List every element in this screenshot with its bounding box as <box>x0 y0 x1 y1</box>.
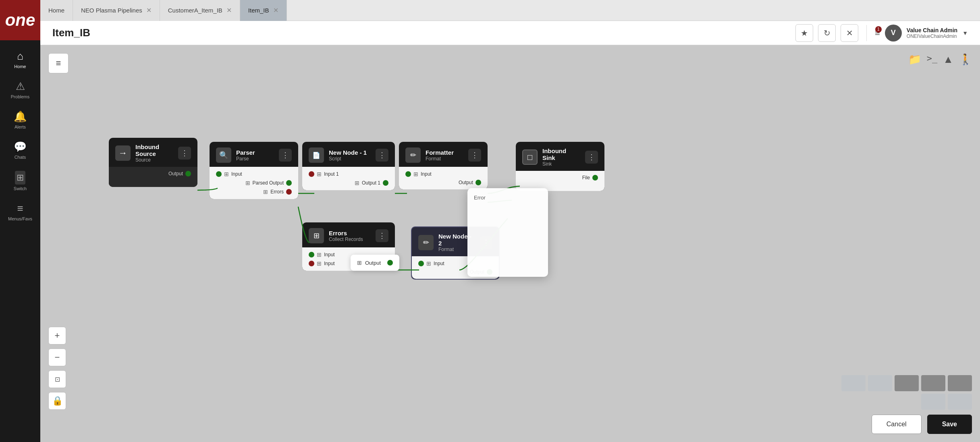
input-port-dot <box>216 171 222 177</box>
tab-item-ib[interactable]: Item_IB ✕ <box>240 0 287 21</box>
notification-button[interactable]: ≡ 1 <box>875 28 880 38</box>
tab-neo-plasma[interactable]: NEO Plasma Pipelines ✕ <box>73 0 160 21</box>
close-button[interactable]: ✕ <box>841 24 858 42</box>
parser-sub: Parse <box>236 156 274 162</box>
formatter-icon: ✏ <box>405 147 421 163</box>
inbound-sink-file-port: File <box>522 175 598 181</box>
inbound-sink-icon: □ <box>522 149 538 165</box>
sidebar-item-switch[interactable]: ⊞ Switch <box>0 165 40 197</box>
sidebar-item-alerts[interactable]: 🔔 Alerts <box>0 105 40 135</box>
warning-icon[interactable]: ▲ <box>943 53 953 66</box>
home-icon: ⌂ <box>17 50 23 62</box>
errors-input2-dot <box>309 261 314 266</box>
tab-customer-item[interactable]: CustomerA_Item_IB ✕ <box>160 0 240 21</box>
cancel-button[interactable]: Cancel <box>872 415 922 434</box>
tab-home[interactable]: Home <box>40 0 73 21</box>
favorite-button[interactable]: ★ <box>795 24 813 42</box>
pipeline-canvas[interactable]: ≡ 📁 >_ ▲ 🚶 <box>40 45 980 442</box>
new-node-1-footer: ⊞ Input 1 ⊞ Output 1 <box>302 167 395 190</box>
formatter-menu[interactable]: ⋮ <box>468 149 481 162</box>
formatter-name: Formatter <box>426 149 463 156</box>
sidebar-item-menus[interactable]: ≡ Menus/Favs <box>0 197 40 227</box>
parser-name: Parser <box>236 149 274 156</box>
lock-icon: 🔒 <box>52 396 63 406</box>
node-parser[interactable]: 🔍 Parser Parse ⋮ ⊞ Input ⊞ Parsed Output <box>210 142 298 199</box>
file-port-dot <box>592 175 598 181</box>
new-node-2-input-dot <box>418 261 424 266</box>
node-new-node-1-header: 📄 New Node - 1 Script ⋮ <box>302 142 395 167</box>
user-handle: ONEIValueChainAdmin <box>907 33 957 39</box>
node-formatter[interactable]: ✏ Formatter Format ⋮ ⊞ Input Output <box>399 142 488 189</box>
parser-icon: 🔍 <box>216 147 231 163</box>
run-icon[interactable]: 🚶 <box>959 53 972 66</box>
errors-output-popup: ⊞ Output <box>351 255 399 271</box>
errors-footer: ⊞ Input ⊞ Input ⊞ Output <box>302 247 395 271</box>
input-1-dot <box>309 171 314 177</box>
notification-badge: 1 <box>875 26 882 33</box>
header-actions: ★ ↻ ✕ ≡ 1 V Value Chain Admin ONEIValueC… <box>795 24 968 42</box>
user-dropdown-icon[interactable]: ▼ <box>962 30 968 36</box>
node-inbound-sink-header: □ Inbound Sink Sink ⋮ <box>516 142 604 171</box>
parser-parsed-output-port: ⊞ Parsed Output <box>216 180 292 186</box>
tab-customer-item-close[interactable]: ✕ <box>226 6 232 14</box>
node-formatter-header: ✏ Formatter Format ⋮ <box>399 142 488 167</box>
menus-icon: ≡ <box>17 202 23 215</box>
grid-cell-5 <box>948 375 972 391</box>
output-port-dot <box>185 171 191 176</box>
popup-content <box>474 204 542 244</box>
inbound-source-output-port: Output <box>115 171 191 176</box>
sidebar-item-home[interactable]: ⌂ Home <box>0 44 40 75</box>
inbound-source-menu[interactable]: ⋮ <box>178 147 191 160</box>
folder-icon[interactable]: 📁 <box>908 53 921 66</box>
new-node-1-input-port: ⊞ Input 1 <box>309 171 388 177</box>
formatter-output-dot <box>475 180 481 185</box>
node-new-node-1[interactable]: 📄 New Node - 1 Script ⋮ ⊞ Input 1 ⊞ Outp… <box>302 142 395 190</box>
parser-menu[interactable]: ⋮ <box>279 149 292 162</box>
parser-errors-port: ⊞ Errors <box>216 189 292 195</box>
user-info: Value Chain Admin ONEIValueChainAdmin <box>907 27 957 39</box>
inbound-sink-menu[interactable]: ⋮ <box>585 151 598 164</box>
errors-input1-dot <box>309 252 314 257</box>
errors-menu[interactable]: ⋮ <box>376 229 388 242</box>
output-1-dot <box>383 180 388 186</box>
switch-icon: ⊞ <box>15 171 25 185</box>
tab-neo-plasma-close[interactable]: ✕ <box>146 6 152 14</box>
parsed-output-dot <box>286 180 292 186</box>
formatter-footer: ⊞ Input Output <box>399 167 488 189</box>
inbound-source-sub: Source <box>135 157 173 163</box>
grid-cell-4 <box>921 375 945 391</box>
formatter-sub: Format <box>426 156 463 162</box>
list-icon: ≡ <box>56 58 61 68</box>
tab-item-ib-close[interactable]: ✕ <box>273 6 278 14</box>
refresh-button[interactable]: ↻ <box>818 24 836 42</box>
node-inbound-sink[interactable]: □ Inbound Sink Sink ⋮ File <box>516 142 604 191</box>
node-errors[interactable]: ⊞ Errors Collect Records ⋮ ⊞ Input ⊞ Inp… <box>302 222 395 271</box>
close-icon: ✕ <box>846 28 853 38</box>
save-button[interactable]: Save <box>927 415 972 434</box>
sidebar-nav: ⌂ Home ⚠ Problems 🔔 Alerts 💬 Chats ⊞ Swi… <box>0 40 40 442</box>
errors-output-dot <box>387 260 393 266</box>
node-inbound-source[interactable]: → Inbound Source Source ⋮ Output <box>109 138 197 187</box>
sidebar-item-chats[interactable]: 💬 Chats <box>0 135 40 165</box>
lock-button[interactable]: 🔒 <box>48 392 66 410</box>
list-view-button[interactable]: ≡ <box>48 53 69 73</box>
node-inbound-source-header: → Inbound Source Source ⋮ <box>109 138 197 167</box>
zoom-out-button[interactable]: − <box>48 349 66 366</box>
parser-input-port: ⊞ Input <box>216 171 292 177</box>
fit-button[interactable]: ⊡ <box>48 370 66 388</box>
grid-cell-6 <box>921 394 945 410</box>
sidebar-item-problems[interactable]: ⚠ Problems <box>0 75 40 105</box>
app-logo[interactable]: one <box>0 0 40 40</box>
fit-icon: ⊡ <box>55 376 60 383</box>
new-node-1-menu[interactable]: ⋮ <box>376 149 388 162</box>
formatter-input-port: ⊞ Input <box>405 171 481 177</box>
errors-sub: Collect Records <box>329 237 371 242</box>
errors-name: Errors <box>329 230 371 237</box>
node-parser-header: 🔍 Parser Parse ⋮ <box>210 142 298 167</box>
zoom-out-icon: − <box>55 352 60 363</box>
terminal-icon[interactable]: >_ <box>927 53 938 66</box>
zoom-in-button[interactable]: + <box>48 327 66 344</box>
app-header: Item_IB ★ ↻ ✕ ≡ 1 V Value Chain Admin ON… <box>40 21 980 45</box>
inbound-sink-sub: Sink <box>542 161 580 167</box>
grid-cell-1 <box>841 375 866 391</box>
